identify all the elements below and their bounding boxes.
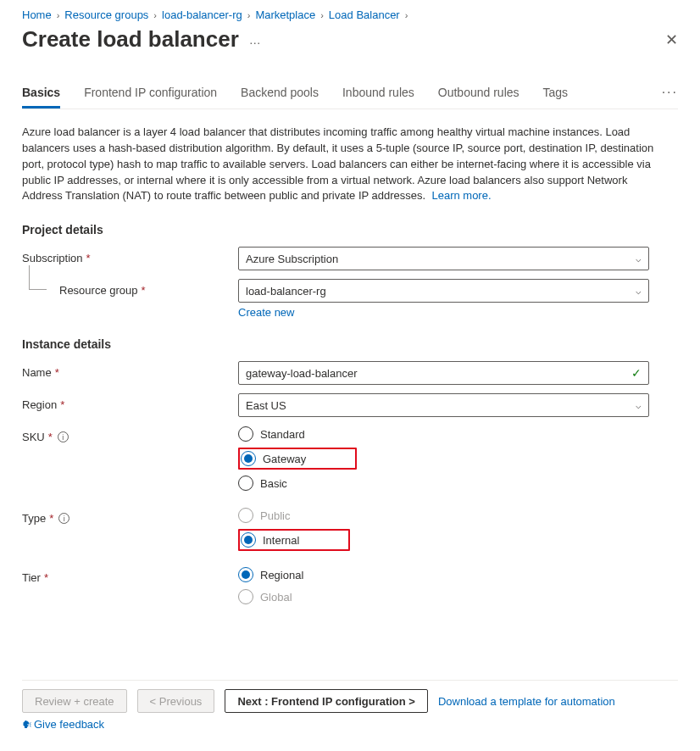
highlight-type-internal: Internal <box>238 529 350 551</box>
subscription-label: Subscription* <box>22 247 238 264</box>
chevron-right-icon: › <box>247 10 251 20</box>
type-public-label: Public <box>260 509 290 522</box>
radio-icon <box>238 426 253 442</box>
type-label: Type* i <box>22 507 238 525</box>
tier-radio-regional[interactable]: Regional <box>238 566 649 583</box>
tier-radio-group: Regional Global <box>238 566 649 605</box>
footer: Review + create < Previous Next : Fronte… <box>22 689 678 713</box>
chevron-down-icon: ⌵ <box>636 286 642 297</box>
description: Azure load balancer is a layer 4 load ba… <box>22 125 662 204</box>
name-value: gateway-load-balancer <box>246 367 358 380</box>
tab-inbound-rules[interactable]: Inbound rules <box>342 86 414 108</box>
sku-standard-label: Standard <box>260 428 305 441</box>
give-feedback-link[interactable]: 🗣Give feedback <box>22 718 104 731</box>
sku-gateway-label: Gateway <box>263 453 306 465</box>
chevron-right-icon: › <box>57 10 60 20</box>
breadcrumb-marketplace[interactable]: Marketplace <box>255 8 315 21</box>
page-title: Create load balancer <box>22 26 239 53</box>
breadcrumb-home[interactable]: Home <box>22 8 52 21</box>
sku-label: SKU* i <box>22 426 238 443</box>
radio-icon <box>238 567 253 582</box>
sku-radio-standard[interactable]: Standard <box>238 426 649 442</box>
check-icon: ✓ <box>631 366 642 380</box>
info-icon[interactable]: i <box>58 513 69 524</box>
chevron-down-icon: ⌵ <box>636 400 642 411</box>
download-template-link[interactable]: Download a template for automation <box>438 695 615 708</box>
breadcrumb: Home › Resource groups › load-balancer-r… <box>22 8 678 21</box>
chevron-right-icon: › <box>153 10 157 20</box>
sku-radio-gateway[interactable]: Gateway <box>241 450 309 467</box>
feedback-icon: 🗣 <box>22 719 32 731</box>
create-new-link[interactable]: Create new <box>238 306 294 319</box>
chevron-right-icon: › <box>320 10 324 20</box>
next-button[interactable]: Next : Frontend IP configuration > <box>225 689 428 713</box>
radio-icon <box>238 476 253 491</box>
region-value: East US <box>246 399 286 412</box>
subscription-value: Azure Subscription <box>246 253 338 265</box>
learn-more-link[interactable]: Learn more. <box>431 189 491 202</box>
breadcrumb-load-balancer[interactable]: Load Balancer <box>329 8 400 21</box>
tab-tags[interactable]: Tags <box>543 86 569 108</box>
more-icon[interactable]: … <box>249 33 261 47</box>
tab-basics[interactable]: Basics <box>22 86 60 108</box>
chevron-right-icon: › <box>405 10 408 20</box>
tab-frontend-ip[interactable]: Frontend IP configuration <box>84 86 217 108</box>
name-label: Name* <box>22 361 238 379</box>
resource-group-label: Resource group* <box>22 279 238 297</box>
subscription-select[interactable]: Azure Subscription ⌵ <box>238 247 649 270</box>
sku-basic-label: Basic <box>260 477 287 490</box>
previous-button: < Previous <box>137 689 215 713</box>
resource-group-select[interactable]: load-balancer-rg ⌵ <box>238 279 649 303</box>
info-icon[interactable]: i <box>58 431 69 442</box>
tier-global-label: Global <box>260 591 292 604</box>
breadcrumb-resource-groups[interactable]: Resource groups <box>64 8 148 21</box>
type-radio-group: Public Internal <box>238 507 649 551</box>
review-create-button: Review + create <box>22 689 127 713</box>
radio-icon <box>241 451 256 466</box>
footer-divider <box>22 680 678 681</box>
tab-outbound-rules[interactable]: Outbound rules <box>438 86 519 108</box>
section-project-details: Project details <box>22 223 678 236</box>
type-radio-internal[interactable]: Internal <box>241 531 303 548</box>
region-label: Region* <box>22 393 238 411</box>
radio-icon <box>238 589 253 604</box>
tabs-more-icon[interactable]: ··· <box>662 85 678 108</box>
sku-radio-basic[interactable]: Basic <box>238 475 649 492</box>
chevron-down-icon: ⌵ <box>636 253 642 264</box>
radio-icon <box>241 532 256 548</box>
type-internal-label: Internal <box>263 534 299 547</box>
tier-regional-label: Regional <box>260 569 303 581</box>
close-icon[interactable]: ✕ <box>665 31 678 49</box>
sku-radio-group: Standard Gateway Basic <box>238 426 649 492</box>
tab-backend-pools[interactable]: Backend pools <box>241 86 319 108</box>
highlight-sku-gateway: Gateway <box>238 448 357 470</box>
resource-group-value: load-balancer-rg <box>246 285 326 298</box>
section-instance-details: Instance details <box>22 337 678 351</box>
region-select[interactable]: East US ⌵ <box>238 393 649 417</box>
breadcrumb-load-balancer-rg[interactable]: load-balancer-rg <box>162 8 242 21</box>
tier-label: Tier* <box>22 566 238 584</box>
type-radio-public: Public <box>238 507 649 524</box>
tier-radio-global: Global <box>238 588 649 605</box>
tabs: Basics Frontend IP configuration Backend… <box>22 85 678 109</box>
name-input[interactable]: gateway-load-balancer ✓ <box>238 361 649 385</box>
radio-icon <box>238 508 253 523</box>
description-text: Azure load balancer is a layer 4 load ba… <box>22 125 653 202</box>
